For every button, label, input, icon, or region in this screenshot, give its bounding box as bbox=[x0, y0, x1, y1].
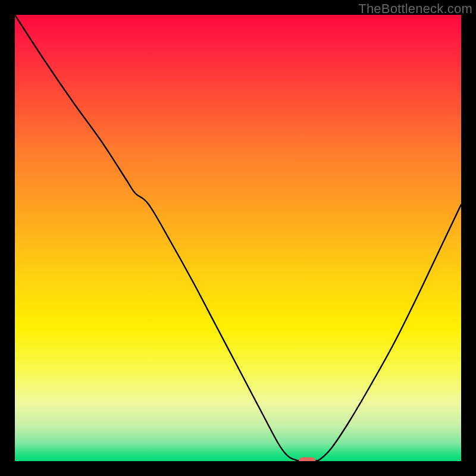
curve-layer bbox=[15, 15, 461, 461]
chart-frame: TheBottleneck.com bbox=[0, 0, 476, 476]
optimal-marker bbox=[299, 458, 315, 462]
plot-area bbox=[15, 15, 461, 461]
bottleneck-curve bbox=[15, 15, 461, 461]
